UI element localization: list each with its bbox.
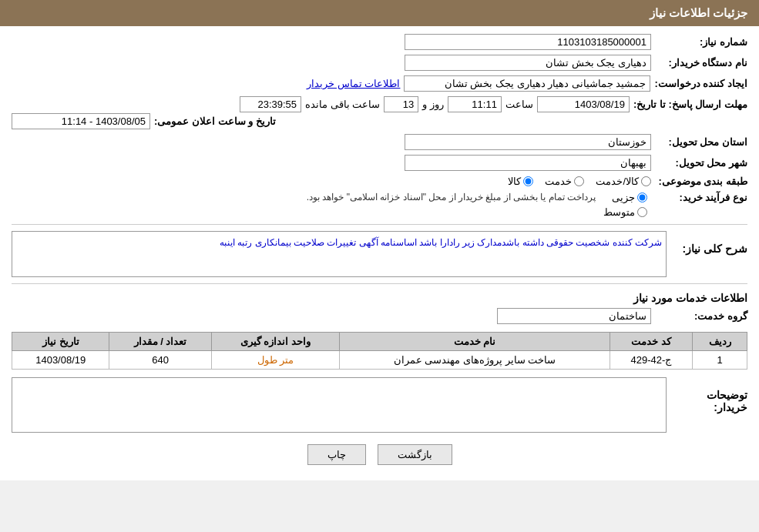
province-label: استان محل تحویل:: [655, 136, 747, 148]
buyer-notes-textarea[interactable]: [12, 377, 667, 433]
remaining-label: ساعت باقی مانده: [305, 99, 380, 110]
description-content: شرکت کننده شخصیت حقوقی داشته باشدمدارک ز…: [12, 231, 667, 277]
process-medium-option[interactable]: متوسط: [603, 206, 647, 218]
divider-1: [12, 224, 747, 225]
process-part-radio[interactable]: [637, 192, 647, 202]
services-table-section: ردیف کد خدمت نام خدمت واحد اندازه گیری ت…: [12, 332, 747, 370]
buyer-notes-label: توضیحات خریدار:: [670, 385, 747, 413]
category-goods-radio[interactable]: [523, 176, 533, 186]
services-table: ردیف کد خدمت نام خدمت واحد اندازه گیری ت…: [12, 332, 747, 370]
category-goods-label: کالا: [508, 176, 521, 187]
print-button[interactable]: چاپ: [307, 444, 366, 465]
process-medium-radio[interactable]: [637, 207, 647, 217]
page-title: جزئیات اطلاعات نیاز: [650, 6, 747, 19]
announce-input[interactable]: [12, 113, 150, 129]
province-input[interactable]: [405, 134, 651, 150]
category-service-option[interactable]: خدمت: [545, 176, 584, 187]
group-service-input[interactable]: [497, 308, 651, 324]
col-quantity: تعداد / مقدار: [109, 333, 211, 351]
button-row: بازگشت چاپ: [12, 444, 747, 465]
divider-2: [12, 283, 747, 284]
process-options: جزیی متوسط: [603, 192, 647, 218]
buyer-org-input[interactable]: [405, 55, 651, 71]
need-number-input[interactable]: [405, 34, 651, 50]
buyer-org-label: نام دستگاه خریدار:: [655, 57, 747, 69]
days-label: روز و: [422, 99, 444, 110]
col-date: تاریخ نیاز: [12, 333, 109, 351]
contact-link[interactable]: اطلاعات تماس خریدار: [307, 78, 400, 89]
col-code: کد خدمت: [610, 333, 693, 351]
category-service-radio[interactable]: [574, 176, 584, 186]
back-button[interactable]: بازگشت: [378, 444, 452, 465]
process-part-label: جزیی: [612, 192, 635, 203]
table-row: 1ج-42-429ساخت سایر پروژه‌های مهندسی عمرا…: [12, 351, 747, 370]
category-goods-service-option[interactable]: کالا/خدمت: [596, 176, 651, 187]
city-label: شهر محل تحویل:: [655, 157, 747, 169]
page-header: جزئیات اطلاعات نیاز: [0, 0, 759, 26]
creator-label: ایجاد کننده درخواست:: [654, 78, 747, 89]
deadline-time-input[interactable]: [448, 96, 502, 112]
deadline-label: مهلت ارسال پاسخ: تا تاریخ:: [633, 99, 747, 110]
category-label: طبقه بندی موضوعی:: [655, 176, 747, 187]
group-service-label: گروه خدمت:: [655, 310, 747, 322]
process-part-option[interactable]: جزیی: [603, 192, 647, 203]
services-section-title: اطلاعات خدمات مورد نیاز: [12, 292, 747, 304]
col-name: نام خدمت: [340, 333, 610, 351]
description-label: شرح کلی نیاز:: [670, 239, 747, 255]
category-goods-option[interactable]: کالا: [508, 176, 533, 187]
remaining-input[interactable]: [240, 96, 301, 112]
col-row: ردیف: [693, 333, 747, 351]
city-input[interactable]: [405, 155, 651, 171]
category-goods-service-label: کالا/خدمت: [596, 176, 639, 187]
time-label: ساعت: [505, 99, 533, 110]
col-unit: واحد اندازه گیری: [211, 333, 340, 351]
creator-input[interactable]: [404, 75, 650, 92]
category-goods-service-radio[interactable]: [641, 176, 651, 186]
days-input[interactable]: [384, 96, 418, 112]
deadline-date-input[interactable]: [537, 96, 630, 112]
process-medium-label: متوسط: [603, 206, 635, 218]
process-description: پرداخت تمام یا بخشی از مبلغ خریدار از مح…: [12, 192, 596, 202]
announce-label: تاریخ و ساعت اعلان عمومی:: [154, 115, 276, 127]
need-number-label: شماره نیاز:: [655, 36, 747, 48]
process-label: نوع فرآیند خرید:: [655, 192, 747, 203]
category-service-label: خدمت: [545, 176, 572, 187]
category-radio-group: کالا/خدمت خدمت کالا: [508, 176, 651, 187]
